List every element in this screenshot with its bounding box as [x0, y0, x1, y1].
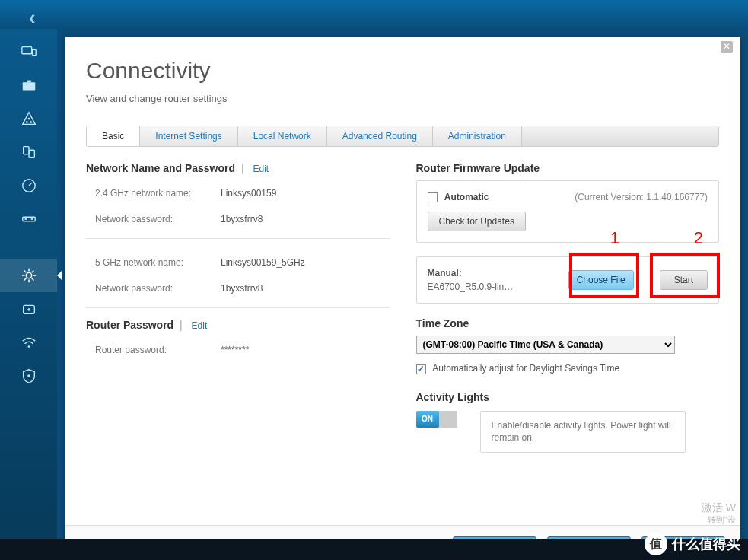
sidebar-troubleshoot-icon[interactable]: [0, 292, 57, 326]
svg-rect-11: [22, 217, 35, 221]
annotation-2: 2: [694, 228, 703, 248]
sidebar-usb-icon[interactable]: [0, 202, 57, 236]
sidebar-security-icon[interactable]: [0, 359, 57, 393]
firmware-heading: Router Firmware Update: [416, 162, 720, 174]
svg-line-19: [24, 271, 26, 273]
name24-label: 2.4 GHz network name:: [95, 188, 221, 199]
sidebar-wireless-icon[interactable]: [0, 326, 57, 359]
manual-label: Manual:: [428, 268, 514, 278]
manual-filename: EA6700_R5.0.9-lin…: [428, 282, 514, 292]
svg-point-14: [26, 272, 31, 278]
svg-point-4: [27, 118, 30, 120]
brand-overlay: 值 什么值得买: [645, 533, 740, 555]
svg-point-5: [25, 121, 27, 123]
sidebar: [0, 29, 57, 560]
svg-point-27: [27, 374, 30, 377]
svg-rect-1: [32, 49, 36, 55]
svg-rect-7: [23, 147, 28, 154]
pass24-label: Network password:: [95, 214, 221, 224]
page-subtitle: View and change router settings: [86, 93, 719, 104]
svg-rect-2: [22, 82, 35, 90]
choose-file-button[interactable]: Choose File: [568, 270, 634, 290]
svg-rect-8: [29, 150, 34, 158]
activation-watermark: 激活 W 转到"设: [702, 501, 736, 525]
svg-line-22: [31, 271, 33, 273]
svg-point-6: [30, 121, 32, 123]
start-button[interactable]: Start: [660, 270, 708, 290]
tab-filler: [522, 126, 718, 146]
automatic-label: Automatic: [444, 192, 489, 202]
name5-value: Linksys00159_5GHz: [221, 257, 305, 268]
svg-rect-13: [30, 218, 33, 220]
svg-rect-3: [27, 81, 31, 83]
annotation-1: 1: [610, 228, 619, 248]
svg-rect-12: [24, 218, 27, 220]
tab-administration[interactable]: Administration: [433, 126, 522, 146]
svg-rect-0: [21, 47, 31, 54]
name24-value: Linksys00159: [221, 188, 276, 199]
activity-description: Enable/disable activity lights. Power li…: [480, 411, 686, 453]
sidebar-devices-icon[interactable]: [0, 35, 57, 68]
tab-internet-settings[interactable]: Internet Settings: [140, 126, 237, 146]
current-version: (Current Version: 1.1.40.166777): [575, 192, 708, 202]
main-panel: ✕ Connectivity View and change router se…: [65, 37, 740, 560]
firmware-manual-box: Manual: EA6700_R5.0.9-lin… Choose File S…: [416, 256, 720, 304]
automatic-checkbox[interactable]: [428, 192, 438, 202]
bottom-strip: [0, 539, 748, 560]
name5-label: 5 GHz network name:: [95, 257, 221, 268]
svg-line-21: [24, 278, 26, 281]
sidebar-connectivity-icon[interactable]: [0, 259, 57, 292]
timezone-select[interactable]: (GMT-08:00) Pacific Time (USA & Canada): [416, 336, 675, 354]
svg-point-26: [27, 345, 30, 348]
activity-toggle[interactable]: ON: [416, 411, 457, 428]
tab-basic[interactable]: Basic: [87, 126, 140, 146]
sidebar-media-icon[interactable]: [0, 135, 57, 169]
tab-advanced-routing[interactable]: Advanced Routing: [327, 126, 433, 146]
pass5-label: Network password:: [95, 283, 221, 294]
close-icon[interactable]: ✕: [721, 41, 733, 53]
dst-label: Automatically adjust for Daylight Saving…: [432, 363, 619, 374]
svg-line-20: [31, 278, 33, 281]
routerpw-heading: Router Password | Edit: [86, 319, 390, 331]
page-title: Connectivity: [86, 58, 719, 84]
brand-text: 什么值得买: [672, 535, 740, 553]
back-chevron-icon[interactable]: ‹: [29, 6, 36, 30]
routerpw-value: ********: [221, 345, 249, 355]
network-heading-text: Network Name and Password: [86, 162, 235, 174]
brand-circle-icon: 值: [645, 533, 667, 555]
activity-heading: Activity Lights: [416, 391, 720, 403]
pass24-value: 1byxsfrrv8: [221, 214, 263, 224]
routerpw-heading-text: Router Password: [86, 319, 173, 331]
network-heading: Network Name and Password | Edit: [86, 162, 390, 174]
routerpw-edit-link[interactable]: Edit: [192, 320, 208, 331]
sidebar-speed-icon[interactable]: [0, 169, 57, 202]
network-edit-link[interactable]: Edit: [253, 164, 269, 174]
top-bar: ‹: [0, 0, 748, 29]
toggle-state: ON: [416, 411, 439, 428]
timezone-heading: Time Zone: [416, 317, 720, 329]
dst-checkbox[interactable]: [416, 364, 426, 374]
check-updates-button[interactable]: Check for Updates: [428, 212, 526, 231]
firmware-auto-box: Automatic (Current Version: 1.1.40.16677…: [416, 180, 720, 243]
tab-strip: Basic Internet Settings Local Network Ad…: [86, 126, 719, 147]
sidebar-briefcase-icon[interactable]: [0, 68, 57, 102]
tab-local-network[interactable]: Local Network: [238, 126, 327, 146]
sidebar-parental-icon[interactable]: [0, 102, 57, 135]
routerpw-label: Router password:: [95, 345, 221, 355]
pass5-value: 1byxsfrrv8: [221, 283, 263, 294]
svg-line-10: [29, 183, 32, 186]
